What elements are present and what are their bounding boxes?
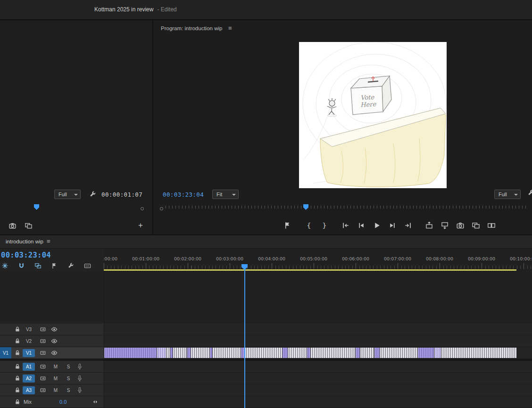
program-panel-title[interactable]: Program: introduction wip — [161, 25, 222, 31]
timeline-clip[interactable] — [166, 348, 170, 358]
timeline-clip[interactable] — [311, 348, 355, 358]
add-marker-button[interactable] — [50, 262, 58, 270]
track-name-a2[interactable]: A2 — [23, 375, 35, 383]
program-zoom-select[interactable]: Full — [494, 190, 521, 199]
mute-button[interactable]: M — [52, 387, 59, 394]
sync-lock-icon[interactable] — [40, 387, 47, 394]
sync-lock-icon[interactable] — [40, 350, 47, 357]
mute-button[interactable]: M — [52, 375, 59, 382]
solo-button[interactable]: S — [65, 363, 72, 370]
step-back-button[interactable] — [356, 220, 367, 231]
voiceover-mic-icon[interactable] — [76, 387, 83, 394]
lock-icon[interactable] — [14, 375, 21, 382]
timeline-settings-button[interactable] — [67, 262, 75, 270]
program-timecode[interactable]: 00:03:23:04 — [163, 191, 204, 198]
extract-button[interactable] — [439, 220, 450, 231]
go-to-out-button[interactable] — [402, 220, 414, 231]
track-content-mix[interactable] — [104, 396, 532, 408]
nest-insert-button[interactable] — [1, 262, 9, 270]
add-marker-button[interactable] — [282, 220, 293, 231]
track-content-a2[interactable] — [104, 373, 532, 384]
timeline-timecode[interactable]: 00:03:23:04 — [1, 251, 51, 259]
source-zoom-select[interactable]: Full — [54, 190, 81, 199]
track-content-v2[interactable] — [104, 335, 532, 347]
source-patch-v1[interactable]: V1 — [0, 347, 11, 358]
pan-icon[interactable] — [92, 399, 99, 406]
timeline-ruler[interactable]: 00:00:00:0000:01:00:0000:02:00:0000:03:0… — [104, 249, 532, 271]
program-scrubber[interactable] — [153, 204, 532, 213]
lock-icon[interactable] — [14, 387, 21, 394]
timeline-clip[interactable] — [210, 348, 212, 358]
voiceover-mic-icon[interactable] — [76, 363, 83, 370]
lock-icon[interactable] — [14, 350, 21, 357]
track-header-v1[interactable]: V1 V1 — [0, 347, 104, 359]
program-fit-select[interactable]: Fit — [212, 190, 239, 199]
snap-button[interactable] — [17, 262, 25, 270]
toggle-track-output-icon[interactable] — [51, 326, 58, 333]
timeline-clip[interactable] — [104, 348, 157, 358]
timeline-clip[interactable] — [356, 348, 360, 358]
program-playhead-marker[interactable] — [303, 204, 308, 210]
track-content-a1[interactable] — [104, 361, 532, 373]
go-to-in-button[interactable] — [340, 220, 351, 231]
source-settings-wrench-icon[interactable] — [89, 191, 97, 198]
timeline-clip[interactable] — [380, 348, 417, 358]
timeline-clip[interactable] — [245, 348, 282, 358]
timeline-clip[interactable] — [441, 348, 516, 358]
export-frame-button[interactable] — [455, 220, 466, 231]
track-content-v1[interactable] — [104, 347, 532, 359]
timeline-clip[interactable] — [157, 348, 166, 358]
lock-icon[interactable] — [14, 338, 21, 345]
timeline-clip[interactable] — [173, 348, 187, 358]
track-header-a1[interactable]: A1 M S — [0, 361, 104, 373]
program-settings-wrench-icon[interactable] — [527, 189, 532, 197]
timeline-playhead-line[interactable] — [244, 269, 245, 408]
lock-icon[interactable] — [14, 326, 21, 333]
toggle-track-output-icon[interactable] — [51, 350, 58, 357]
timeline-clip[interactable] — [374, 348, 380, 358]
mark-out-button[interactable]: } — [319, 220, 330, 231]
mute-button[interactable]: M — [52, 363, 59, 370]
lift-button[interactable] — [424, 220, 435, 231]
source-scrubber[interactable] — [0, 204, 152, 213]
track-name-a3[interactable]: A3 — [23, 386, 35, 394]
timeline-tab[interactable]: introduction wip — [6, 239, 43, 244]
play-button[interactable] — [371, 220, 382, 231]
sync-lock-icon[interactable] — [40, 338, 47, 345]
track-header-a3[interactable]: A3 M S — [0, 384, 104, 396]
source-comparison-button[interactable] — [24, 220, 34, 231]
source-export-frame-button[interactable] — [8, 220, 18, 231]
captions-button[interactable]: CC — [83, 262, 91, 270]
timeline-clip[interactable] — [191, 348, 209, 358]
sync-lock-icon[interactable] — [40, 326, 47, 333]
timeline-clip[interactable] — [360, 348, 374, 358]
timeline-clip[interactable] — [288, 348, 307, 358]
timeline-clip[interactable] — [418, 348, 434, 358]
source-zoom-handle[interactable] — [141, 207, 144, 210]
comparison-view-button[interactable] — [486, 220, 497, 231]
step-forward-button[interactable] — [387, 220, 398, 231]
solo-button[interactable]: S — [65, 375, 72, 382]
sync-lock-icon[interactable] — [40, 363, 47, 370]
mix-level-value[interactable]: 0.0 — [59, 399, 66, 405]
source-timecode[interactable]: 00:00:01:07 — [101, 191, 142, 198]
work-area-bar[interactable] — [104, 269, 516, 271]
timeline-clip[interactable] — [241, 348, 244, 358]
track-header-mix[interactable]: Mix 0.0 — [0, 396, 104, 408]
track-header-v2[interactable]: V2 — [0, 335, 104, 347]
track-name-a1[interactable]: A1 — [23, 363, 35, 371]
lock-icon[interactable] — [14, 363, 21, 370]
track-content-v3[interactable] — [104, 324, 532, 335]
voiceover-mic-icon[interactable] — [76, 375, 83, 382]
sync-lock-icon[interactable] — [40, 375, 47, 382]
lock-icon[interactable] — [14, 399, 21, 406]
track-header-v3[interactable]: V3 — [0, 324, 104, 335]
mark-in-button[interactable]: { — [303, 220, 315, 231]
track-name-v2[interactable]: V2 — [23, 337, 35, 345]
source-playhead-marker[interactable] — [34, 204, 39, 210]
timeline-clip[interactable] — [283, 348, 288, 358]
panel-menu-icon[interactable]: ≡ — [228, 25, 232, 32]
timeline-clip[interactable] — [307, 348, 310, 358]
timeline-clip[interactable] — [187, 348, 191, 358]
linked-selection-button[interactable] — [34, 262, 42, 270]
